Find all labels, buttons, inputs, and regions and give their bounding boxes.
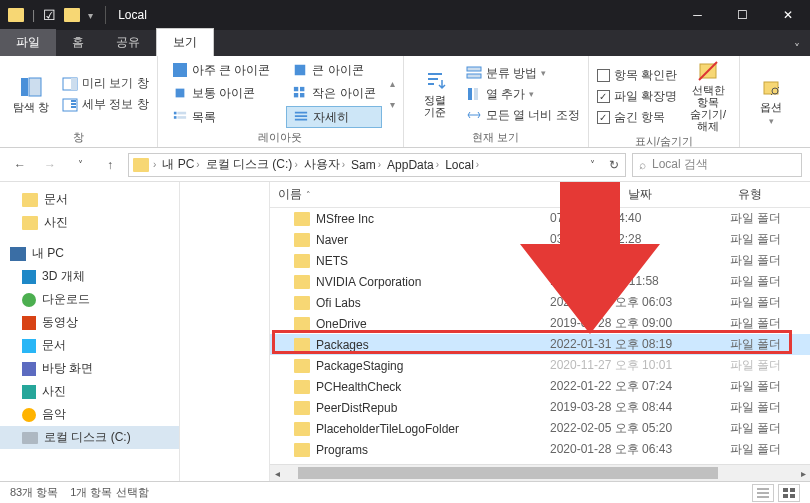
column-header-name[interactable]: 이름˄: [270, 186, 550, 203]
file-row[interactable]: Packages2022-01-31 오후 08:19파일 폴더: [270, 334, 810, 355]
column-header-type[interactable]: 유형: [730, 186, 810, 203]
file-extensions-toggle[interactable]: ✓파일 확장명: [597, 88, 677, 105]
breadcrumb-item[interactable]: 사용자 ›: [302, 156, 347, 173]
scrollbar-thumb[interactable]: [298, 467, 718, 479]
breadcrumb-item[interactable]: AppData ›: [385, 158, 441, 172]
minimize-button[interactable]: ─: [675, 0, 720, 30]
preview-pane-button[interactable]: 미리 보기 창: [62, 75, 149, 92]
file-name: MSfree Inc: [316, 212, 374, 226]
tab-view[interactable]: 보기: [156, 28, 214, 56]
file-row[interactable]: Naver03-21 오후 12:28파일 폴더: [270, 229, 810, 250]
address-dropdown-button[interactable]: ˅: [581, 154, 603, 176]
qat-caret-icon[interactable]: ▾: [88, 10, 93, 21]
file-row[interactable]: Ofi Labs2021-12-06 오후 06:03파일 폴더: [270, 292, 810, 313]
folder-icon: [294, 380, 310, 394]
folder-icon: [294, 359, 310, 373]
address-bar[interactable]: › 내 PC › 로컬 디스크 (C:) › 사용자 › Sam › AppDa…: [128, 153, 626, 177]
refresh-button[interactable]: ↻: [603, 154, 625, 176]
current-view-group-label: 현재 보기: [412, 128, 580, 145]
folder-icon: [294, 296, 310, 310]
large-icons-button[interactable]: 큰 아이콘: [286, 60, 381, 80]
file-date: 2021-12-06 오후 06:03: [550, 294, 730, 311]
file-row[interactable]: OneDrive2019-03-28 오후 09:00파일 폴더: [270, 313, 810, 334]
svg-rect-18: [177, 116, 186, 119]
file-row[interactable]: Programs2020-01-28 오후 06:43파일 폴더: [270, 439, 810, 460]
file-row[interactable]: MSfree Inc07-19 오후 04:40파일 폴더: [270, 208, 810, 229]
add-columns-button[interactable]: 열 추가 ▾: [466, 86, 580, 103]
recent-dropdown[interactable]: ˅: [68, 153, 92, 177]
tab-home[interactable]: 홈: [56, 29, 100, 56]
sidebar-item[interactable]: 다운로드: [0, 288, 179, 311]
close-button[interactable]: ✕: [765, 0, 810, 30]
file-name: Packages: [316, 338, 369, 352]
svg-rect-23: [467, 74, 481, 78]
svg-rect-6: [71, 103, 76, 105]
sidebar-item[interactable]: 문서: [0, 188, 179, 211]
sidebar-item-drive[interactable]: 로컬 디스크 (C:): [0, 426, 179, 449]
svg-rect-12: [300, 87, 304, 91]
file-date: 19-03-28 오후 11:58: [550, 273, 730, 290]
svg-rect-9: [295, 65, 306, 76]
column-header-date[interactable]: 날짜: [550, 186, 730, 203]
forward-button[interactable]: →: [38, 153, 62, 177]
svg-rect-21: [295, 119, 307, 121]
file-type: 파일 폴더: [730, 399, 810, 416]
sidebar-item[interactable]: 음악: [0, 403, 179, 426]
back-button[interactable]: ←: [8, 153, 32, 177]
ribbon-tabs: 파일 홈 공유 보기 ˅: [0, 30, 810, 56]
qat-newfolder-icon[interactable]: [64, 8, 80, 22]
search-input[interactable]: ⌕ Local 검색: [632, 153, 802, 177]
file-name: Ofi Labs: [316, 296, 361, 310]
file-name: PCHealthCheck: [316, 380, 401, 394]
options-button[interactable]: 옵션 ▾: [748, 60, 794, 143]
thumbnails-view-toggle[interactable]: [778, 484, 800, 502]
status-selected-count: 1개 항목 선택함: [70, 485, 148, 500]
details-view-toggle[interactable]: [752, 484, 774, 502]
list-view-button[interactable]: 목록: [166, 106, 277, 128]
up-button[interactable]: ↑: [98, 153, 122, 177]
small-icons-button[interactable]: 작은 아이콘: [286, 83, 381, 103]
qat-properties-icon[interactable]: ☑: [43, 7, 56, 23]
details-pane-button[interactable]: 세부 정보 창: [62, 96, 149, 113]
sort-by-button[interactable]: 정렬 기준: [412, 60, 458, 128]
sidebar-item[interactable]: 사진: [0, 380, 179, 403]
tab-share[interactable]: 공유: [100, 29, 156, 56]
horizontal-scrollbar[interactable]: ◂ ▸: [270, 464, 810, 481]
sidebar-item-pc[interactable]: 내 PC: [0, 242, 179, 265]
svg-rect-19: [295, 112, 307, 114]
medium-icons-button[interactable]: 보통 아이콘: [166, 83, 277, 103]
file-row[interactable]: PCHealthCheck2022-01-22 오후 07:24파일 폴더: [270, 376, 810, 397]
group-by-button[interactable]: 분류 방법 ▾: [466, 65, 580, 82]
layout-scroll-down-icon[interactable]: ▾: [390, 99, 395, 110]
search-icon: ⌕: [639, 158, 646, 172]
maximize-button[interactable]: ☐: [720, 0, 765, 30]
sidebar-item[interactable]: 바탕 화면: [0, 357, 179, 380]
hide-selected-button[interactable]: 선택한 항목 숨기기/해제: [685, 60, 731, 132]
sidebar-item[interactable]: 동영상: [0, 311, 179, 334]
item-checkboxes-toggle[interactable]: 항목 확인란: [597, 67, 677, 84]
breadcrumb-item[interactable]: 로컬 디스크 (C:) ›: [204, 156, 300, 173]
extra-large-icons-button[interactable]: 아주 큰 아이콘: [166, 60, 277, 80]
sidebar-item[interactable]: 3D 개체: [0, 265, 179, 288]
file-row[interactable]: PackageStaging2020-11-27 오후 10:01파일 폴더: [270, 355, 810, 376]
layout-scroll-up-icon[interactable]: ▴: [390, 78, 395, 89]
navigation-pane[interactable]: 문서 사진 내 PC 3D 개체 다운로드 동영상 문서 바탕 화면 사진 음악…: [0, 182, 180, 481]
file-row[interactable]: NETS12-16 오전 11:38파일 폴더: [270, 250, 810, 271]
breadcrumb-item[interactable]: 내 PC ›: [160, 156, 201, 173]
breadcrumb-item[interactable]: Sam ›: [349, 158, 383, 172]
svg-rect-24: [468, 88, 472, 100]
breadcrumb-item[interactable]: Local ›: [443, 158, 481, 172]
details-view-button[interactable]: 자세히: [286, 106, 381, 128]
hidden-items-toggle[interactable]: ✓숨긴 항목: [597, 109, 677, 126]
file-row[interactable]: PeerDistRepub2019-03-28 오후 08:44파일 폴더: [270, 397, 810, 418]
column-headers: 이름˄ 날짜 유형: [270, 182, 810, 208]
file-row[interactable]: PlaceholderTileLogoFolder2022-02-05 오후 0…: [270, 418, 810, 439]
file-row[interactable]: NVIDIA Corporation19-03-28 오후 11:58파일 폴더: [270, 271, 810, 292]
size-columns-button[interactable]: 모든 열 너비 조정: [466, 107, 580, 124]
ribbon-collapse-button[interactable]: ˅: [784, 42, 810, 56]
sidebar-item[interactable]: 문서: [0, 334, 179, 357]
tab-file[interactable]: 파일: [0, 29, 56, 56]
sidebar-item[interactable]: 사진: [0, 211, 179, 234]
navigation-pane-button[interactable]: 탐색 창: [8, 60, 54, 128]
file-name: PackageStaging: [316, 359, 403, 373]
